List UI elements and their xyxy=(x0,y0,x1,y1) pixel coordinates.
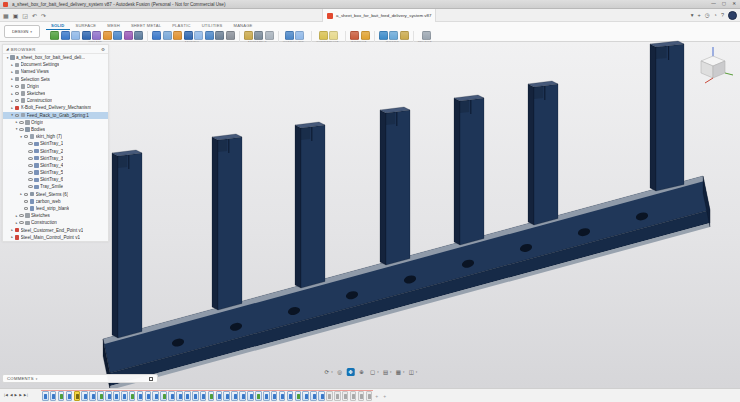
visibility-eye-icon[interactable] xyxy=(28,171,33,174)
tree-row-feed-rack-to-grab-spring-1[interactable]: ▾Feed_Rack_to_Grab_Spring:1 xyxy=(3,112,108,119)
timeline-item-21-feature[interactable] xyxy=(200,391,207,401)
tree-row-skirt-high-7-[interactable]: ▾skirt_high (7) xyxy=(3,133,108,140)
timeline-item-38-disabled[interactable] xyxy=(334,391,341,401)
visibility-eye-icon[interactable] xyxy=(19,221,24,224)
tab-utilities[interactable]: UTILITIES xyxy=(197,23,228,30)
visibility-eye-icon[interactable] xyxy=(15,99,20,102)
tree-row-document-settings[interactable]: ▸Document Settings xyxy=(3,61,108,68)
visibility-eye-icon[interactable] xyxy=(28,142,33,145)
visibility-eye-icon[interactable] xyxy=(24,193,29,196)
timeline-item-9-feature[interactable] xyxy=(105,391,112,401)
expand-arrow-icon[interactable]: ▸ xyxy=(10,92,15,96)
visibility-eye-icon[interactable] xyxy=(19,121,24,124)
tree-row-a-sheet-box-for-bait-feed-deli-[interactable]: ▾a_sheet_box_for_bait_feed_deli... xyxy=(3,54,108,61)
select-tool-icon-1[interactable] xyxy=(422,31,431,40)
workspace-dropdown[interactable]: DESIGN ▾ xyxy=(4,25,40,38)
visibility-eye-icon[interactable] xyxy=(19,128,24,131)
timeline-item-40-disabled[interactable] xyxy=(350,391,357,401)
visibility-eye-icon[interactable] xyxy=(19,214,24,217)
visibility-eye-icon[interactable] xyxy=(24,207,29,210)
expand-arrow-icon[interactable]: ▸ xyxy=(19,192,24,196)
look-at-icon[interactable]: ◎ xyxy=(336,368,344,376)
timeline-item-20-feature[interactable] xyxy=(192,391,199,401)
expand-arrow-icon[interactable]: ▸ xyxy=(10,70,15,74)
visibility-eye-icon[interactable] xyxy=(15,85,20,88)
visibility-eye-icon[interactable] xyxy=(28,157,33,160)
tree-row-skirttray-4[interactable]: SkirtTray_4 xyxy=(3,162,108,169)
skip-to-end-icon[interactable]: ▶❘ xyxy=(24,394,28,397)
create-tool-icon-5[interactable] xyxy=(92,31,101,40)
timeline-item-36-feature[interactable] xyxy=(318,391,325,401)
timeline-item-10-feature[interactable] xyxy=(113,391,120,401)
create-tool-icon-7[interactable] xyxy=(113,31,122,40)
step-forward-icon[interactable]: ▶ xyxy=(19,394,21,397)
assemble-tool-icon-3[interactable] xyxy=(265,31,274,40)
timeline-item-13-feature[interactable] xyxy=(137,391,144,401)
timeline-item-35-feature[interactable] xyxy=(310,391,317,401)
timeline-item-41-disabled[interactable] xyxy=(358,391,365,401)
inspect-tool-icon-2[interactable] xyxy=(361,31,370,40)
insert-tool-icon-1[interactable] xyxy=(379,31,388,40)
minimize-button[interactable]: — xyxy=(711,2,716,7)
undo-icon[interactable]: ↶ xyxy=(32,13,37,19)
expand-arrow-icon[interactable]: ▸ xyxy=(10,84,15,88)
tree-row-skirttray-3[interactable]: SkirtTray_3 xyxy=(3,155,108,162)
save-icon[interactable]: ◲ xyxy=(22,13,28,19)
timeline-item-34-feature[interactable] xyxy=(302,391,309,401)
visibility-eye-icon[interactable] xyxy=(15,114,20,117)
timeline-item-32-feature[interactable] xyxy=(287,391,294,401)
timeline-item-3-sketch[interactable] xyxy=(58,391,65,401)
timeline-item-39-disabled[interactable] xyxy=(342,391,349,401)
fit-icon[interactable]: ▢▾ xyxy=(369,368,379,376)
tree-row-steel-customer-end-point-v1[interactable]: ▸Steel_Customer_End_Point v1 xyxy=(3,227,108,234)
visibility-eye-icon[interactable] xyxy=(28,164,33,167)
visibility-eye-icon[interactable] xyxy=(28,185,33,188)
tree-row-origin[interactable]: ▸Origin xyxy=(3,83,108,90)
create-tool-icon-6[interactable] xyxy=(103,31,112,40)
timeline-item-11-feature[interactable] xyxy=(121,391,128,401)
tree-row-bodies[interactable]: ▾Bodies xyxy=(3,126,108,133)
timeline-item-4-feature[interactable] xyxy=(66,391,73,401)
modify-tool-icon-1[interactable] xyxy=(152,31,161,40)
play-icon[interactable]: ▶ xyxy=(15,394,17,397)
construct-tool-icon-1[interactable] xyxy=(319,31,328,40)
view-cube[interactable] xyxy=(692,44,734,94)
orbit-icon[interactable]: ⟳▾ xyxy=(323,368,333,376)
tree-row-skirttray-1[interactable]: SkirtTray_1 xyxy=(3,140,108,147)
file-menu-icon[interactable]: ▣ xyxy=(13,13,19,19)
visibility-eye-icon[interactable] xyxy=(28,178,33,181)
configure-tool-icon-1[interactable] xyxy=(285,31,294,40)
timeline-item-25-feature[interactable] xyxy=(231,391,238,401)
tree-row-carbon-web[interactable]: carbon_web xyxy=(3,198,108,205)
document-tab[interactable]: a_sheet_box_for_bait_feed_delivery_syste… xyxy=(322,9,436,22)
tree-row-sketches[interactable]: ▸Sketches xyxy=(3,212,108,219)
modify-tool-icon-4[interactable] xyxy=(184,31,193,40)
expand-arrow-icon[interactable]: ▸ xyxy=(10,63,15,67)
timeline-item-24-feature[interactable] xyxy=(223,391,230,401)
timeline-item-23-feature[interactable] xyxy=(216,391,223,401)
modify-tool-icon-7[interactable] xyxy=(215,31,224,40)
gear-icon[interactable]: ⚙ xyxy=(101,47,105,52)
tree-row-feed-strip-blank[interactable]: feed_strip_blank xyxy=(3,205,108,212)
timeline-item-29-feature[interactable] xyxy=(263,391,270,401)
assemble-tool-icon-2[interactable] xyxy=(254,31,263,40)
profile-avatar[interactable] xyxy=(728,11,737,20)
tab-mesh[interactable]: MESH xyxy=(102,23,125,30)
insert-tool-icon-2[interactable] xyxy=(389,31,398,40)
create-tool-icon-1[interactable] xyxy=(50,31,59,40)
tab-overflow-chevron-icon[interactable]: ▾ xyxy=(691,13,694,19)
timeline-item-15-feature[interactable] xyxy=(152,391,159,401)
timeline-item-6-feature[interactable] xyxy=(81,391,88,401)
comments-bar[interactable]: COMMENTS ▾ xyxy=(2,374,158,383)
create-tool-icon-2[interactable] xyxy=(61,31,70,40)
create-tool-icon-4[interactable] xyxy=(82,31,91,40)
skip-to-start-icon[interactable]: ❘◀ xyxy=(3,394,7,397)
tree-row-sketches[interactable]: ▸Sketches xyxy=(3,90,108,97)
timeline-item-28-sketch[interactable] xyxy=(255,391,262,401)
job-status-icon[interactable]: ◷ xyxy=(705,13,710,19)
modify-tool-icon-5[interactable] xyxy=(194,31,203,40)
construct-tool-icon-2[interactable] xyxy=(329,31,338,40)
configure-tool-icon-2[interactable] xyxy=(295,31,304,40)
display-settings-icon[interactable]: ▤▾ xyxy=(382,368,392,376)
timeline-item-33-sketch[interactable] xyxy=(295,391,302,401)
